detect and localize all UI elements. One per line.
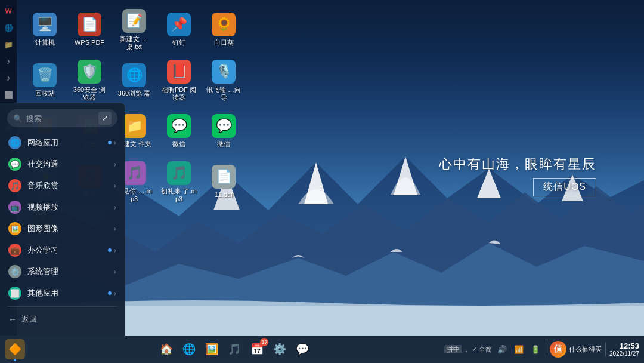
menu-item-social[interactable]: 💬社交沟通› (0, 153, 125, 175)
brand-logo: 值 (550, 341, 566, 358)
settings-tb-icon: ⚙️ (273, 343, 286, 356)
volume-icon[interactable]: 🔊 (496, 343, 509, 356)
desktop-icon-wechat1[interactable]: 💬微信 (158, 107, 200, 155)
wechat2-icon: 💬 (212, 114, 236, 138)
desktop: 心中有山海，眼眸有星辰 统信UOS 🖥️计算机📄WPS PDF📝新建文 …桌.t… (0, 0, 644, 363)
clock[interactable]: 12:53 2022/11/27 (609, 342, 639, 357)
taskbar: 🔶 🏠🌐🖼️🎵📅17⚙️💬 拼中 。✓ 全简 🔊 📶 🔋 值 什么值得买 1 (0, 336, 644, 363)
time-display: 12:53 (609, 342, 639, 350)
calendar-tb-badge: 17 (260, 338, 268, 346)
network-arrow: › (114, 139, 116, 146)
menu-item-office[interactable]: 💼办公学习› (0, 239, 125, 261)
menu-item-network[interactable]: 🌐网络应用› (0, 132, 125, 153)
menu-item-system[interactable]: ⚙️系统管理› (0, 261, 125, 282)
back-label: 返回 (21, 314, 37, 325)
network-menu-icon: 🌐 (8, 136, 21, 149)
newdoc-label: 新建文 …桌.txt (116, 35, 152, 51)
network-dot (108, 141, 112, 144)
ifly-icon: 🎙️ (212, 60, 236, 84)
chuli-label: 初礼来 了.mp3 (161, 187, 197, 203)
graphics-menu-icon: 🖼️ (8, 222, 21, 235)
network-menu-label: 网络应用 (27, 137, 108, 148)
expand-button[interactable]: ⤢ (98, 112, 112, 125)
menu-item-music-app[interactable]: 🎵音乐欣赏› (0, 175, 125, 196)
browser2-icon: 🌐 (182, 343, 196, 356)
taskbar-wechat-tb[interactable]: 💬 (292, 339, 312, 359)
sidebar-network-icon[interactable]: 🌐 (2, 21, 15, 35)
dingding-label: 钉钉 (172, 39, 185, 47)
photo-tb-icon: 🖼️ (205, 343, 218, 356)
recycle-label: 回收站 (35, 90, 55, 97)
desktop-icon-wechat2[interactable]: 💬微信 (203, 107, 244, 155)
office-arrow: › (114, 247, 116, 254)
360browser-label: 360浏览 器 (118, 90, 150, 97)
search-bar[interactable]: 🔍 ⤢ (7, 109, 117, 127)
launcher-icon: 🔶 (8, 343, 21, 356)
desktop-icon-recycle[interactable]: 🗑️回收站 (24, 57, 66, 104)
other-arrow: › (114, 290, 116, 297)
taskbar-music-tb[interactable]: 🎵 (224, 339, 244, 359)
taskbar-settings-tb[interactable]: ⚙️ (270, 339, 290, 359)
brand-area: 值 什么值得买 (550, 341, 602, 358)
other-dot (108, 291, 112, 295)
desktop-icon-dingding[interactable]: 📌钉钉 (158, 6, 200, 54)
graphics-menu-label: 图形图像 (27, 223, 114, 234)
music-app-menu-icon: 🎵 (8, 179, 21, 192)
360browser-icon: 🌐 (122, 63, 146, 87)
taskbar-photo-tb[interactable]: 🖼️ (202, 339, 222, 359)
taskbar-launcher[interactable]: 🔶 (5, 339, 25, 359)
music-app-arrow: › (114, 182, 116, 189)
office-dot (108, 248, 112, 252)
computer-label: 计算机 (35, 39, 55, 47)
sidebar-wps-icon[interactable]: W (2, 5, 15, 18)
music-tb-icon: 🎵 (228, 343, 241, 356)
desktop-icon-chuli[interactable]: 🎵初礼来 了.mp3 (158, 158, 200, 206)
tray-text: 拼中 。✓ 全简 (444, 345, 492, 354)
wps-pdf-label: 福昕PDF 阅读器 (161, 86, 197, 101)
sidebar-music-icon[interactable]: ♪ (2, 55, 15, 68)
sidebar-files-icon[interactable]: 📁 (2, 38, 15, 51)
wps-label: WPS PDF (75, 39, 104, 47)
menu-item-graphics[interactable]: 🖼️图形图像› (0, 218, 125, 239)
taskbar-calendar-tb[interactable]: 📅17 (247, 339, 267, 359)
xiangnian-icon: 🎵 (122, 161, 146, 185)
newdoc-icon: 📝 (122, 9, 146, 33)
desktop-icon-wps[interactable]: 📄WPS PDF (69, 6, 110, 54)
wps-pdf-icon: 📕 (167, 60, 191, 84)
wechat1-label: 微信 (172, 140, 185, 148)
desktop-icon-sunflower[interactable]: 🌻向日葵 (203, 6, 244, 54)
search-icon: 🔍 (13, 114, 23, 123)
sidebar-note-icon[interactable]: ♪ (2, 72, 15, 85)
graphics-arrow: › (114, 225, 116, 232)
social-menu-icon: 💬 (8, 158, 21, 171)
desktop-icon-file11[interactable]: 📄11.ddf (203, 158, 244, 206)
back-button[interactable]: ← 返回 (0, 309, 125, 330)
system-arrow: › (114, 268, 116, 275)
search-input[interactable] (26, 114, 95, 123)
video-arrow: › (114, 204, 116, 211)
network-icon[interactable]: 📶 (512, 343, 525, 356)
menu-item-other[interactable]: ⬜其他应用› (0, 282, 125, 304)
system-menu-icon: ⚙️ (8, 265, 21, 278)
desktop-icon-computer[interactable]: 🖥️计算机 (24, 6, 66, 54)
battery-icon[interactable]: 🔋 (529, 343, 542, 356)
music-app-menu-label: 音乐欣赏 (27, 180, 114, 191)
newfolder-icon: 📁 (122, 114, 146, 138)
desktop-icon-360browser[interactable]: 🌐360浏览 器 (113, 57, 155, 104)
taskbar-browser2[interactable]: 🌐 (179, 339, 199, 359)
quote-text: 心中有山海，眼眸有星辰 (439, 155, 596, 173)
ime-icon: 拼中 (444, 345, 462, 353)
taskbar-home[interactable]: 🏠 (156, 339, 177, 359)
video-menu-label: 视频播放 (27, 202, 114, 213)
desktop-icon-ifly[interactable]: 🎙️讯飞输 …向导 (203, 57, 244, 104)
desktop-icon-newdoc[interactable]: 📝新建文 …桌.txt (113, 6, 155, 54)
office-menu-label: 办公学习 (27, 245, 108, 256)
wechat1-icon: 💬 (167, 114, 191, 138)
sidebar-box-icon[interactable]: ⬜ (2, 88, 15, 101)
menu-item-video[interactable]: 📺视频播放› (0, 196, 125, 218)
menu-divider (7, 306, 117, 307)
desktop-icon-wps-pdf[interactable]: 📕福昕PDF 阅读器 (158, 57, 200, 104)
other-menu-label: 其他应用 (27, 288, 108, 299)
start-menu: 🔍 ⤢ 🌐网络应用›💬社交沟通›🎵音乐欣赏›📺视频播放›🖼️图形图像›💼办公学习… (0, 103, 125, 336)
desktop-icon-360safe[interactable]: 🛡️360安全 浏览器 (69, 57, 110, 104)
